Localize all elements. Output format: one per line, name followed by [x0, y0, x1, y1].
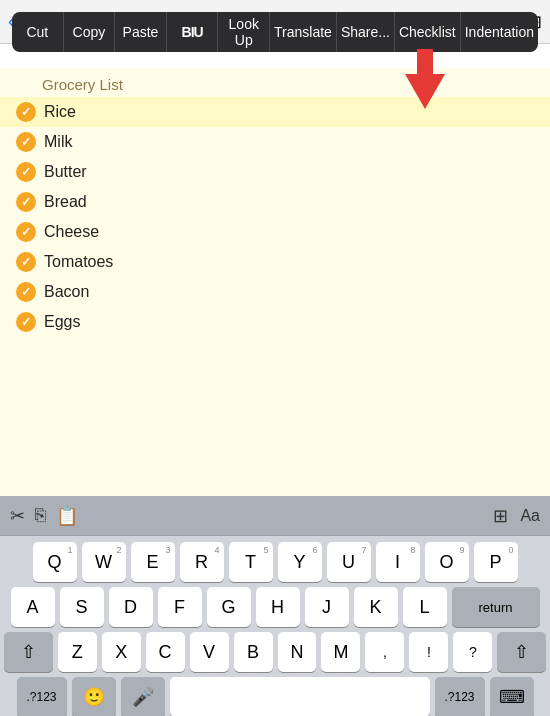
key-w[interactable]: 2 W	[82, 542, 126, 582]
keyboard: ✂ ⎘ 📋 ⊞ Aa 1 Q 2 W 3 E 4 R	[0, 496, 550, 716]
key-u[interactable]: 7 U	[327, 542, 371, 582]
key-s[interactable]: S	[60, 587, 104, 627]
checkmark-icon[interactable]	[16, 282, 36, 302]
arrow-indicator	[400, 44, 450, 114]
content-area: Grocery List Rice Milk Butter Bread Chee…	[0, 68, 550, 496]
lookup-button[interactable]: Look Up	[218, 12, 270, 52]
list-item: Milk	[16, 127, 534, 157]
keyboard-toolbar: ✂ ⎘ 📋 ⊞ Aa	[0, 496, 550, 536]
key-e[interactable]: 3 E	[131, 542, 175, 582]
list-item: Tomatoes	[16, 247, 534, 277]
svg-marker-0	[405, 49, 445, 109]
key-question[interactable]: ?	[453, 632, 492, 672]
list-item: Cheese	[16, 217, 534, 247]
numbers-key-left[interactable]: .?123	[17, 677, 67, 716]
key-g[interactable]: G	[207, 587, 251, 627]
item-label: Tomatoes	[44, 253, 113, 271]
key-period[interactable]: !	[409, 632, 448, 672]
key-m[interactable]: M	[321, 632, 360, 672]
list-item: Butter	[16, 157, 534, 187]
key-j[interactable]: J	[305, 587, 349, 627]
item-label: Cheese	[44, 223, 99, 241]
key-o[interactable]: 9 O	[425, 542, 469, 582]
item-label: Rice	[44, 103, 76, 121]
paste-clipboard-icon[interactable]: 📋	[56, 505, 78, 527]
emoji-key[interactable]: 🙂	[72, 677, 116, 716]
key-c[interactable]: C	[146, 632, 185, 672]
key-h[interactable]: H	[256, 587, 300, 627]
key-row-2: A S D F G H J K L return	[4, 587, 546, 627]
cut-button[interactable]: Cut	[12, 12, 64, 52]
key-comma[interactable]: ,	[365, 632, 404, 672]
biu-button[interactable]: BIU	[167, 12, 219, 52]
key-i[interactable]: 8 I	[376, 542, 420, 582]
checkmark-icon[interactable]	[16, 192, 36, 212]
copy-button[interactable]: Copy	[64, 12, 116, 52]
key-t[interactable]: 5 T	[229, 542, 273, 582]
paste-button[interactable]: Paste	[115, 12, 167, 52]
space-key[interactable]	[170, 677, 430, 716]
copy-clipboard-icon[interactable]: ⎘	[35, 505, 46, 526]
list-item: Bacon	[16, 277, 534, 307]
key-a[interactable]: A	[11, 587, 55, 627]
aa-icon[interactable]: Aa	[520, 507, 540, 525]
list-item: Eggs	[16, 307, 534, 337]
key-p[interactable]: 0 P	[474, 542, 518, 582]
key-l[interactable]: L	[403, 587, 447, 627]
key-v[interactable]: V	[190, 632, 229, 672]
shift-key[interactable]: ⇧	[4, 632, 53, 672]
grocery-list-title: Grocery List	[42, 76, 534, 93]
key-x[interactable]: X	[102, 632, 141, 672]
key-z[interactable]: Z	[58, 632, 97, 672]
key-row-3: ⇧ Z X C V B N M , ! ? ⇧	[4, 632, 546, 672]
item-label: Milk	[44, 133, 72, 151]
key-row-bottom: .?123 🙂 🎤 .?123 ⌨	[4, 677, 546, 716]
numbers-key-right[interactable]: .?123	[435, 677, 485, 716]
key-d[interactable]: D	[109, 587, 153, 627]
key-k[interactable]: K	[354, 587, 398, 627]
keyboard-key[interactable]: ⌨	[490, 677, 534, 716]
translate-button[interactable]: Translate	[270, 12, 337, 52]
key-q[interactable]: 1 Q	[33, 542, 77, 582]
checkmark-icon[interactable]	[16, 312, 36, 332]
list-item: Bread	[16, 187, 534, 217]
checkmark-icon[interactable]	[16, 102, 36, 122]
key-r[interactable]: 4 R	[180, 542, 224, 582]
grid-icon[interactable]: ⊞	[493, 505, 508, 527]
item-label: Butter	[44, 163, 87, 181]
context-toolbar: Cut Copy Paste BIU Look Up Translate Sha…	[12, 12, 538, 52]
scissors-icon[interactable]: ✂	[10, 505, 25, 527]
key-y[interactable]: 6 Y	[278, 542, 322, 582]
list-item: Rice	[0, 97, 550, 127]
return-key[interactable]: return	[452, 587, 540, 627]
share-button[interactable]: Share...	[337, 12, 395, 52]
checkmark-icon[interactable]	[16, 222, 36, 242]
key-n[interactable]: N	[278, 632, 317, 672]
key-row-1: 1 Q 2 W 3 E 4 R 5 T 6 Y	[4, 542, 546, 582]
item-label: Bread	[44, 193, 87, 211]
shift-key-right[interactable]: ⇧	[497, 632, 546, 672]
kb-toolbar-right: ⊞ Aa	[493, 505, 540, 527]
checkmark-icon[interactable]	[16, 252, 36, 272]
indentation-button[interactable]: Indentation	[461, 12, 538, 52]
mic-key[interactable]: 🎤	[121, 677, 165, 716]
checkmark-icon[interactable]	[16, 132, 36, 152]
key-b[interactable]: B	[234, 632, 273, 672]
checkmark-icon[interactable]	[16, 162, 36, 182]
keys-container: 1 Q 2 W 3 E 4 R 5 T 6 Y	[0, 536, 550, 716]
key-f[interactable]: F	[158, 587, 202, 627]
item-label: Bacon	[44, 283, 89, 301]
item-label: Eggs	[44, 313, 80, 331]
